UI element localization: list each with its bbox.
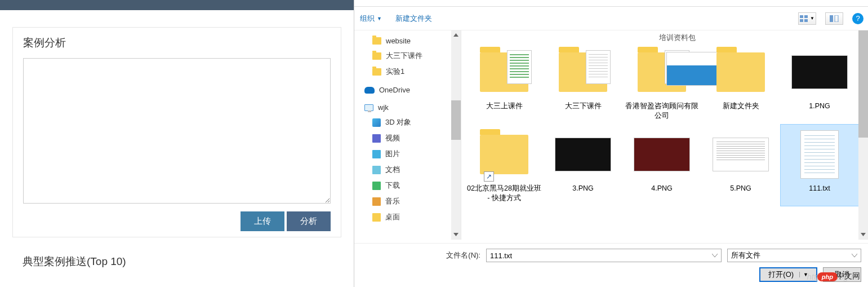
view-mode-button[interactable]: ▼ — [798, 12, 816, 25]
tree-item[interactable]: 图片 — [354, 146, 461, 162]
svg-rect-0 — [800, 15, 803, 18]
php-badge: php — [817, 272, 838, 281]
tree-item[interactable]: OneDrive — [354, 83, 461, 97]
svg-rect-3 — [804, 19, 808, 22]
svg-rect-1 — [804, 15, 808, 18]
top10-section-title: 典型案例推送(Top 10) — [23, 254, 341, 269]
file-item[interactable]: 1.PNG — [780, 42, 859, 124]
card-title: 案例分析 — [23, 36, 331, 50]
file-list-area: 培训资料包 大三上课件大三下课件香港智盈咨询顾问有限公司新建文件夹1.PNG↗0… — [461, 30, 868, 240]
brand-text: 中文网 — [836, 271, 860, 281]
tree-scroll-thumb[interactable] — [451, 100, 461, 140]
file-item[interactable]: 3.PNG — [544, 124, 622, 206]
chevron-down-icon: ▼ — [377, 16, 382, 21]
tree-item[interactable]: 音乐 — [354, 193, 461, 209]
organize-menu[interactable]: 组织 ▼ — [360, 14, 382, 24]
tree-item[interactable]: 3D 对象 — [354, 114, 461, 130]
tree-item[interactable]: 文档 — [354, 162, 461, 178]
file-item[interactable]: 大三下课件 — [544, 42, 622, 124]
files-scroll-thumb[interactable] — [858, 30, 868, 138]
tree-item[interactable]: website — [354, 34, 461, 48]
file-open-dialog: 组织 ▼ 新建文件夹 ▼ ? website大三下课件实验1OneDrivewj… — [354, 0, 868, 287]
group-header: 培训资料包 — [465, 30, 865, 39]
file-item[interactable]: 新建文件夹 — [701, 42, 780, 124]
file-browser: website大三下课件实验1OneDrivewjk3D 对象视频图片文档下载音… — [354, 30, 868, 240]
files-scrollbar[interactable] — [858, 30, 868, 240]
case-textarea[interactable] — [23, 58, 331, 204]
file-item[interactable]: ↗02北京黑马28期就业班 - 快捷方式 — [465, 124, 544, 206]
help-icon[interactable]: ? — [852, 13, 863, 24]
tree-item[interactable]: wjk — [354, 100, 461, 114]
svg-rect-4 — [830, 15, 833, 22]
tree-item[interactable]: 大三下课件 — [354, 48, 461, 64]
file-type-filter[interactable] — [727, 249, 861, 262]
analyze-button[interactable]: 分析 — [287, 211, 331, 231]
svg-rect-2 — [800, 19, 803, 22]
tree-item[interactable]: 视频 — [354, 130, 461, 146]
preview-pane-button[interactable] — [825, 12, 843, 25]
dialog-toolbar: 组织 ▼ 新建文件夹 ▼ ? — [354, 7, 868, 30]
nav-tree: website大三下课件实验1OneDrivewjk3D 对象视频图片文档下载音… — [354, 30, 461, 240]
file-item[interactable]: 香港智盈咨询顾问有限公司 — [622, 42, 701, 124]
background-app: 案例分析 上传 分析 典型案例推送(Top 10) — [0, 0, 354, 287]
upload-button[interactable]: 上传 — [241, 211, 284, 231]
file-item[interactable]: 大三上课件 — [465, 42, 544, 124]
file-item[interactable]: 4.PNG — [622, 124, 701, 206]
tree-scrollbar[interactable] — [451, 30, 461, 240]
tree-item[interactable]: 桌面 — [354, 209, 461, 225]
filename-label: 文件名(N): — [446, 250, 480, 260]
file-item[interactable]: 5.PNG — [701, 124, 780, 206]
file-item[interactable]: 111.txt — [780, 124, 859, 206]
tree-item[interactable]: 下载 — [354, 178, 461, 193]
svg-rect-5 — [835, 15, 838, 22]
tree-item[interactable]: 实验1 — [354, 64, 461, 80]
filename-input[interactable] — [486, 249, 722, 262]
app-header-bar — [0, 0, 354, 10]
button-row: 上传 分析 — [23, 211, 331, 231]
case-analysis-card: 案例分析 上传 分析 — [12, 27, 341, 237]
new-folder-button[interactable]: 新建文件夹 — [395, 14, 432, 24]
dialog-bottom-bar: 文件名(N): 打开(O)▼ 取消 https://blog.cs php 中文… — [354, 243, 868, 287]
